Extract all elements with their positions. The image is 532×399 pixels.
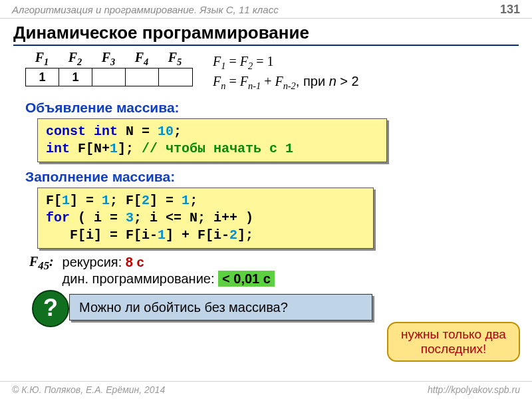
- fib-cell: [92, 68, 126, 86]
- question-row: Можно ли обойтись без массива? ?: [29, 293, 513, 326]
- value: 8 с: [126, 255, 144, 269]
- num: 1: [62, 193, 70, 208]
- num: 2: [142, 193, 150, 208]
- footer-url: http://kpolyakov.spb.ru: [428, 384, 520, 395]
- fib-cell: 1: [26, 68, 59, 86]
- code: ( i =: [70, 210, 126, 225]
- fib-labels: F1 F2 F3 F4 F5: [25, 50, 193, 68]
- content: F1 F2 F3 F4 F5 1 1 F1 = F2 = 1 Fn = Fn-1…: [0, 50, 532, 326]
- timing-line2: дин. программирование: < 0,01 с: [63, 271, 275, 287]
- fib-cell: [159, 68, 192, 86]
- page-header: Алгоритмизация и программирование. Язык …: [0, 0, 532, 19]
- fib-cell: 1: [59, 68, 92, 86]
- callout: нужны только два последних!: [387, 322, 520, 362]
- question-bubble: Можно ли обойтись без массива?: [69, 294, 372, 321]
- code: ] =: [150, 193, 182, 208]
- page-footer: © К.Ю. Поляков, Е.А. Ерёмин, 2014 http:/…: [0, 381, 532, 399]
- num: 3: [126, 210, 134, 225]
- copyright: © К.Ю. Поляков, Е.А. Ерёмин, 2014: [12, 384, 165, 395]
- timing-line1: рекурсия: 8 с: [63, 255, 144, 269]
- num: 1: [182, 193, 190, 208]
- num: 1: [158, 227, 166, 243]
- code-block-declare: const int N = 10; int F[N+1]; // чтобы н…: [37, 118, 387, 162]
- code: ];: [237, 227, 253, 243]
- code: ; F[: [110, 193, 142, 208]
- section-label-declare: Объявление массива:: [25, 100, 513, 116]
- text: рекурсия:: [63, 255, 126, 269]
- fibonacci-row: F1 F2 F3 F4 F5 1 1 F1 = F2 = 1 Fn = Fn-1…: [25, 50, 513, 93]
- fib-label: F5: [158, 50, 192, 68]
- code: ;: [174, 124, 182, 139]
- value: < 0,01 с: [218, 271, 275, 287]
- page-number: 131: [500, 3, 520, 17]
- num: 10: [158, 124, 174, 139]
- code: ];: [118, 141, 142, 156]
- page-title: Динамическое программирование: [13, 23, 519, 46]
- fib-table: F1 F2 F3 F4 F5 1 1: [25, 50, 193, 86]
- kw: int: [46, 141, 70, 156]
- code: ; i <= N; i++ ): [134, 210, 253, 225]
- fib-cell: [126, 68, 159, 86]
- fib-label: F3: [92, 50, 125, 68]
- code-block-fill: F[1] = 1; F[2] = 1; for ( i = 3; i <= N;…: [37, 188, 374, 249]
- fib-label: F1: [25, 50, 59, 68]
- text: дин. программирование:: [63, 271, 219, 286]
- kw: for: [46, 210, 70, 225]
- code: F[: [46, 193, 62, 208]
- fib-cells: 1 1: [25, 68, 193, 86]
- num: 1: [110, 141, 118, 156]
- timing-block: F45: рекурсия: 8 с дин. программирование…: [29, 254, 513, 287]
- code: F[N+: [70, 141, 110, 156]
- code: ] + F[i-: [166, 227, 229, 243]
- fib-formula: F1 = F2 = 1 Fn = Fn-1 + Fn-2, при n > 2: [213, 50, 359, 93]
- code: F[i] = F[i-: [46, 227, 158, 243]
- code: ] =: [70, 193, 102, 208]
- comment: // чтобы начать с 1: [142, 141, 293, 156]
- fib-label: F2: [59, 50, 92, 68]
- question-mark-icon: ?: [32, 290, 69, 327]
- f45-label: F45:: [29, 254, 59, 273]
- kw: const int: [46, 124, 118, 139]
- section-label-fill: Заполнение массива:: [25, 169, 513, 185]
- code: ;: [190, 193, 198, 208]
- num: 2: [229, 227, 237, 243]
- fib-label: F4: [125, 50, 158, 68]
- code: N =: [118, 124, 158, 139]
- course-title: Алгоритмизация и программирование. Язык …: [12, 4, 279, 15]
- num: 1: [102, 193, 110, 208]
